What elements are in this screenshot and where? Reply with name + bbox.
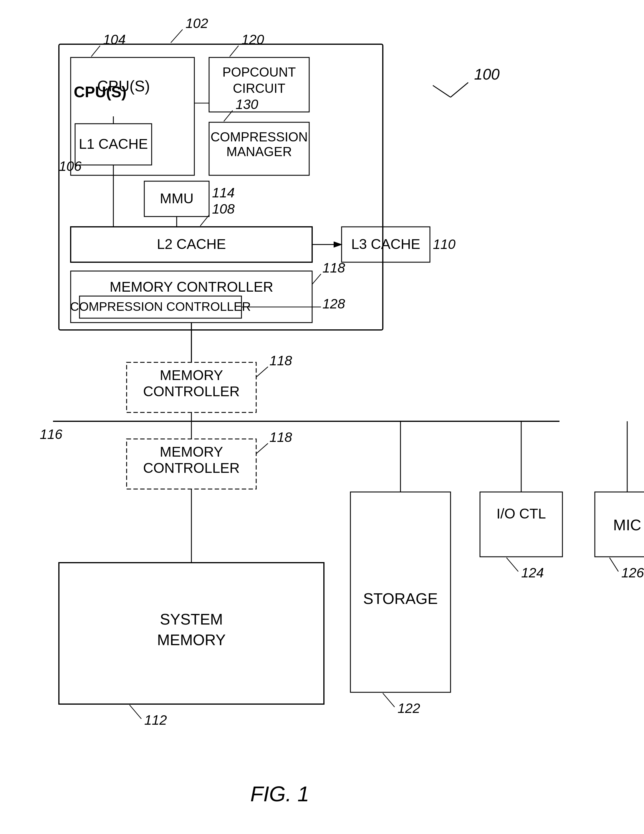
mem-ctrl-2-text2: CONTROLLER — [143, 460, 240, 476]
label-112: 112 — [144, 712, 167, 728]
popcount-text2: CIRCUIT — [233, 81, 285, 95]
label-110: 110 — [433, 236, 455, 252]
figure-ref-100: 100 — [474, 66, 500, 83]
mic-text: MIC — [613, 516, 641, 533]
compression-ctrl-text: COMPRESSION CONTROLLER — [70, 300, 251, 314]
system-memory-text1: SYSTEM — [160, 611, 223, 628]
mmu-text: MMU — [160, 191, 194, 206]
l1-cache-text: L1 CACHE — [79, 136, 148, 152]
label-128: 128 — [323, 296, 345, 311]
io-ctl-text1: I/O CTL — [497, 506, 546, 521]
fig-label: FIG. 1 — [250, 782, 309, 806]
svg-rect-0 — [0, 0, 644, 834]
label-108: 108 — [212, 201, 235, 217]
label-116: 116 — [40, 427, 63, 442]
label-120: 120 — [242, 32, 264, 47]
cpu-text: CPU(S) — [97, 78, 150, 95]
label-104: 104 — [103, 32, 126, 47]
compression-mgr-text1: COMPRESSION — [211, 129, 308, 144]
label-118-mc1: 118 — [270, 353, 292, 368]
label-122: 122 — [397, 701, 420, 716]
mem-ctrl-inner-text: MEMORY CONTROLLER — [110, 279, 273, 294]
label-102: 102 — [186, 16, 208, 31]
label-118-mc2: 118 — [270, 430, 292, 445]
label-126: 126 — [621, 565, 644, 580]
mem-ctrl-2-text1: MEMORY — [160, 444, 223, 459]
label-114: 114 — [212, 185, 235, 200]
label-130: 130 — [236, 97, 258, 112]
mem-ctrl-1-text2: CONTROLLER — [143, 383, 240, 399]
mem-ctrl-1-text1: MEMORY — [160, 367, 223, 383]
popcount-text1: POPCOUNT — [222, 65, 295, 79]
l3-cache-text: L3 CACHE — [351, 236, 421, 252]
diagram-container: 100 102 104 CPU(S) CPU(S) L1 CACHE 106 1… — [0, 0, 644, 834]
label-124: 124 — [521, 565, 544, 580]
compression-mgr-text2: MANAGER — [226, 144, 292, 159]
system-memory-text2: MEMORY — [157, 631, 226, 648]
storage-text: STORAGE — [363, 590, 437, 607]
label-106: 106 — [59, 158, 82, 174]
label-118-inner: 118 — [323, 260, 345, 275]
l2-cache-text: L2 CACHE — [157, 236, 226, 252]
